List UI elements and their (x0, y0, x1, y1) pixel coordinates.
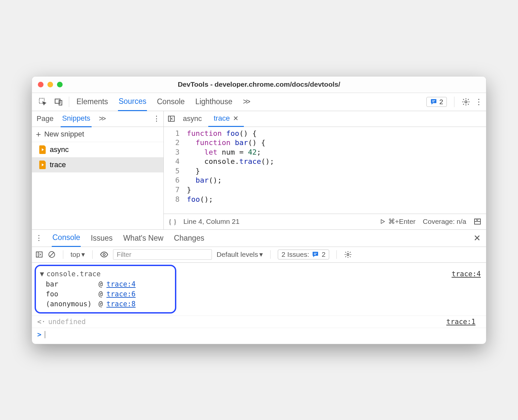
chevron-down-icon: ▾ (81, 251, 85, 258)
editor-tab-label: async (183, 114, 202, 123)
svg-point-17 (347, 254, 349, 255)
editor-tab-trace[interactable]: trace ✕ (208, 111, 244, 127)
devtools-window: DevTools - developer.chrome.com/docs/dev… (32, 76, 486, 344)
stack-frame: foo @ trace:6 (40, 289, 170, 299)
stack-source-link[interactable]: trace:6 (106, 290, 136, 298)
tab-elements[interactable]: Elements (76, 93, 109, 110)
tab-console[interactable]: Console (156, 93, 185, 110)
source-link[interactable]: trace:1 (446, 318, 481, 326)
tab-sources[interactable]: Sources (118, 93, 147, 111)
message-icon (312, 251, 319, 258)
svg-point-5 (465, 101, 467, 103)
trace-highlight-box: ▼ console.trace bar @ trace:4 foo @ trac… (35, 265, 176, 314)
sidebar-more-icon[interactable]: ⋮ (153, 114, 160, 123)
log-levels-selector[interactable]: Default levels ▾ (216, 251, 263, 258)
line-number: 6 (166, 176, 180, 185)
new-snippet-button[interactable]: + New snippet (32, 127, 163, 142)
disclosure-triangle-icon[interactable]: ▼ (40, 270, 45, 278)
close-window-button[interactable] (38, 82, 43, 87)
source-link[interactable]: trace:4 (451, 270, 481, 278)
svg-rect-16 (314, 254, 316, 255)
snippet-file-icon (39, 145, 46, 154)
line-gutter: 1 2 3 4 5 6 7 8 (164, 127, 184, 214)
filter-input[interactable]: Filter (113, 249, 212, 260)
issues-label: 2 Issues: (281, 251, 309, 258)
snippet-file-icon (39, 161, 46, 169)
main-toolbar: Elements Sources Console Lighthouse >> 2… (32, 93, 486, 111)
editor-tab-async[interactable]: async (178, 111, 207, 126)
editor-tab-label: trace (214, 114, 230, 123)
snippet-item-trace[interactable]: trace (32, 157, 163, 172)
sidebar-tab-snippets[interactable]: Snippets (61, 110, 92, 127)
return-arrow-icon: <· (37, 318, 45, 326)
pretty-print-icon[interactable]: { } (168, 218, 177, 226)
more-menu-icon[interactable]: ⋮ (475, 97, 483, 106)
snippet-label: trace (50, 161, 66, 169)
run-shortcut-label: ⌘+Enter (388, 218, 416, 225)
stack-at: @ (99, 300, 106, 308)
chevron-down-icon: ▾ (259, 251, 263, 258)
text-cursor (45, 331, 45, 338)
issues-button[interactable]: 2 Issues: 2 (278, 250, 329, 259)
navigator-sidebar: Page Snippets >> ⋮ + New snippet async t… (32, 111, 164, 229)
drawer-tab-issues[interactable]: Issues (90, 230, 113, 247)
console-output: trace:4 ▼ console.trace bar @ trace:4 fo… (32, 265, 486, 344)
titlebar: DevTools - developer.chrome.com/docs/dev… (32, 76, 486, 93)
issues-count: 2 (439, 98, 443, 106)
issues-indicator[interactable]: 2 (426, 97, 447, 107)
run-snippet-button[interactable]: ⌘+Enter (380, 218, 416, 225)
stack-at: @ (99, 280, 106, 288)
close-tab-icon[interactable]: ✕ (233, 114, 239, 122)
prompt-chevron-icon: > (37, 331, 42, 339)
drawer-tab-whatsnew[interactable]: What's New (123, 230, 164, 247)
live-expression-icon[interactable] (100, 250, 108, 259)
sidebar-tabs: Page Snippets >> ⋮ (32, 111, 163, 127)
zoom-window-button[interactable] (57, 82, 63, 87)
code-editor[interactable]: 1 2 3 4 5 6 7 8 function foo() { functio… (164, 127, 486, 214)
line-number: 8 (166, 195, 180, 204)
minimize-window-button[interactable] (47, 82, 53, 87)
editor-tabs: async trace ✕ (164, 111, 486, 127)
stack-source-link[interactable]: trace:8 (106, 300, 136, 308)
traffic-lights (38, 82, 63, 87)
sources-panel: Page Snippets >> ⋮ + New snippet async t… (32, 111, 486, 230)
inspect-icon[interactable] (39, 98, 47, 106)
drawer-tab-console[interactable]: Console (52, 229, 81, 247)
return-value: undefined (48, 318, 86, 326)
svg-rect-4 (432, 102, 434, 102)
sidebar-tab-page[interactable]: Page (35, 111, 55, 127)
stack-at: @ (99, 290, 106, 298)
code-content[interactable]: function foo() { function bar() { let nu… (184, 127, 486, 214)
svg-rect-3 (432, 100, 435, 101)
tabs-overflow[interactable]: >> (242, 93, 250, 110)
context-selector[interactable]: top ▾ (71, 251, 85, 258)
tab-lighthouse[interactable]: Lighthouse (195, 93, 233, 110)
settings-icon[interactable] (462, 98, 470, 106)
sidebar-tabs-overflow[interactable]: >> (98, 111, 106, 127)
svg-line-13 (50, 253, 54, 256)
device-toolbar-icon[interactable] (54, 98, 63, 106)
console-prompt[interactable]: > (32, 328, 486, 344)
main-tabs: Elements Sources Console Lighthouse >> (76, 93, 250, 111)
console-settings-icon[interactable] (344, 251, 352, 258)
show-debugger-icon[interactable] (474, 218, 481, 225)
clear-console-icon[interactable] (48, 251, 56, 258)
stack-function: foo (46, 290, 99, 298)
stack-source-link[interactable]: trace:4 (106, 280, 136, 288)
line-number: 4 (166, 157, 180, 166)
plus-icon: + (36, 129, 41, 139)
window-title: DevTools - developer.chrome.com/docs/dev… (178, 80, 340, 88)
close-drawer-icon[interactable]: ✕ (472, 231, 483, 245)
issues-count: 2 (322, 251, 326, 258)
drawer-tab-changes[interactable]: Changes (173, 230, 205, 247)
line-number: 3 (166, 148, 180, 157)
console-sidebar-toggle-icon[interactable] (35, 251, 43, 258)
snippet-label: async (50, 145, 69, 154)
snippet-item-async[interactable]: async (32, 142, 163, 157)
line-number: 1 (166, 129, 180, 138)
drawer-more-icon[interactable]: ⋮ (35, 234, 43, 242)
coverage-label: Coverage: n/a (423, 218, 466, 225)
editor-pane: async trace ✕ 1 2 3 4 5 6 7 8 fun (164, 111, 486, 229)
stack-frame: bar @ trace:4 (40, 279, 170, 289)
show-navigator-icon[interactable] (166, 115, 176, 123)
